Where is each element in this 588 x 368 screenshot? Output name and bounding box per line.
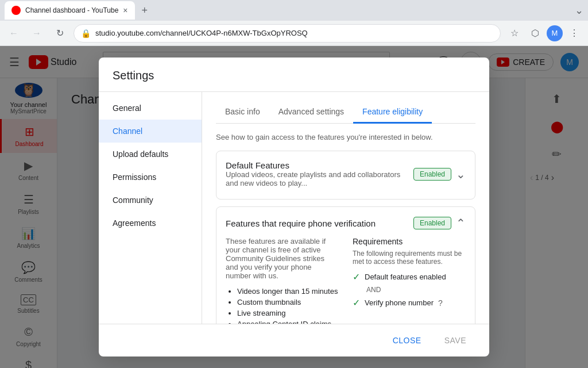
dialog-nav-channel[interactable]: Channel xyxy=(99,120,202,143)
phone-verification-status: Enabled xyxy=(413,217,451,229)
default-features-card: Default Features Upload videos, create p… xyxy=(216,151,475,200)
save-button[interactable]: SAVE xyxy=(435,331,475,350)
requirement-1: ✓ Default features enabled xyxy=(353,271,466,282)
requirements-title: Requirements xyxy=(353,237,466,246)
default-features-desc: Upload videos, create playlists and add … xyxy=(226,170,413,187)
extension-icon[interactable]: ⬡ xyxy=(526,24,544,43)
phone-verification-left: These features are available if your cha… xyxy=(226,237,339,324)
default-features-header: Default Features Upload videos, create p… xyxy=(226,160,466,187)
requirement-2-text: Verify phone number xyxy=(365,298,434,307)
browser-tab[interactable]: Channel dashboard - YouTube × xyxy=(5,1,135,20)
default-features-header-right: Enabled ⌄ xyxy=(413,167,466,181)
feature-item-2: Custom thumbnails xyxy=(237,298,339,306)
default-features-status: Enabled xyxy=(413,168,451,181)
lock-icon: 🔒 xyxy=(81,29,91,38)
back-button[interactable]: ← xyxy=(5,24,23,43)
settings-dialog: Settings General Channel Upload defaults… xyxy=(99,57,489,356)
phone-verification-name: Features that require phone verification xyxy=(226,218,376,228)
tab-close-button[interactable]: × xyxy=(123,6,127,15)
phone-verification-list: Videos longer than 15 minutes Custom thu… xyxy=(226,287,339,324)
browser-chrome: Channel dashboard - YouTube × + ⌄ xyxy=(0,0,588,21)
dialog-nav-community[interactable]: Community xyxy=(99,189,202,212)
requirements-desc: The following requirements must be met t… xyxy=(353,250,466,266)
feature-item-4: Appealing Content ID claims xyxy=(237,320,339,324)
address-field[interactable]: 🔒 studio.youtube.com/channel/UCKO4P-n6MX… xyxy=(74,24,501,43)
reload-button[interactable]: ↻ xyxy=(51,24,69,43)
help-icon[interactable]: ? xyxy=(438,298,443,308)
tab-basic-info[interactable]: Basic info xyxy=(216,101,269,124)
phone-verification-right: Requirements The following requirements … xyxy=(353,237,466,324)
phone-verification-header: Features that require phone verification… xyxy=(226,216,466,230)
bookmark-icon[interactable]: ☆ xyxy=(505,24,524,43)
phone-verification-intro: These features are available if your cha… xyxy=(226,237,339,280)
dialog-nav-general[interactable]: General xyxy=(99,97,202,120)
default-features-expand-icon[interactable]: ⌄ xyxy=(456,167,466,181)
phone-verification-collapse-icon[interactable]: ⌃ xyxy=(456,216,466,230)
phone-verification-expanded: These features are available if your cha… xyxy=(226,237,466,324)
requirement-1-text: Default features enabled xyxy=(365,273,446,281)
browser-icons: ☆ ⬡ M ⋮ xyxy=(505,24,583,43)
url-text: studio.youtube.com/channel/UCKO4P-n6MXW-… xyxy=(95,29,308,37)
tab-title: Channel dashboard - YouTube xyxy=(25,6,118,14)
dialog-nav-agreements[interactable]: Agreements xyxy=(99,212,202,235)
dialog-sidebar: General Channel Upload defaults Permissi… xyxy=(99,92,202,324)
dialog-body: General Channel Upload defaults Permissi… xyxy=(99,92,489,324)
tab-favicon xyxy=(11,6,21,15)
check-icon-2: ✓ xyxy=(353,297,360,308)
dialog-title: Settings xyxy=(99,57,489,92)
phone-verification-card: Features that require phone verification… xyxy=(216,206,475,324)
requirement-2: ✓ Verify phone number ? xyxy=(353,297,466,308)
new-tab-button[interactable]: + xyxy=(140,2,150,19)
tab-advanced-settings[interactable]: Advanced settings xyxy=(269,101,353,124)
feature-item-1: Videos longer than 15 minutes xyxy=(237,287,339,296)
dialog-tabs: Basic info Advanced settings Feature eli… xyxy=(216,101,475,124)
and-text: AND xyxy=(366,286,466,294)
profile-avatar[interactable]: M xyxy=(547,25,563,41)
tab-description: See how to gain access to the features y… xyxy=(216,133,475,141)
dialog-footer: CLOSE SAVE xyxy=(99,324,489,356)
phone-verification-header-right: Enabled ⌃ xyxy=(413,216,466,230)
more-icon[interactable]: ⋮ xyxy=(565,24,583,43)
close-button[interactable]: CLOSE xyxy=(384,331,431,350)
dialog-nav-upload-defaults[interactable]: Upload defaults xyxy=(99,143,202,166)
feature-item-3: Live streaming xyxy=(237,309,339,317)
dialog-main-content: Basic info Advanced settings Feature eli… xyxy=(202,92,489,324)
check-icon-1: ✓ xyxy=(353,271,360,282)
tab-feature-eligibility[interactable]: Feature eligibility xyxy=(353,101,432,124)
forward-button[interactable]: → xyxy=(28,24,46,43)
dialog-overlay: Settings General Channel Upload defaults… xyxy=(0,46,588,368)
default-features-name: Default Features xyxy=(226,160,413,170)
address-bar-row: ← → ↻ 🔒 studio.youtube.com/channel/UCKO4… xyxy=(0,21,588,46)
dialog-nav-permissions[interactable]: Permissions xyxy=(99,166,202,189)
tab-overflow-button[interactable]: ⌄ xyxy=(575,4,583,17)
